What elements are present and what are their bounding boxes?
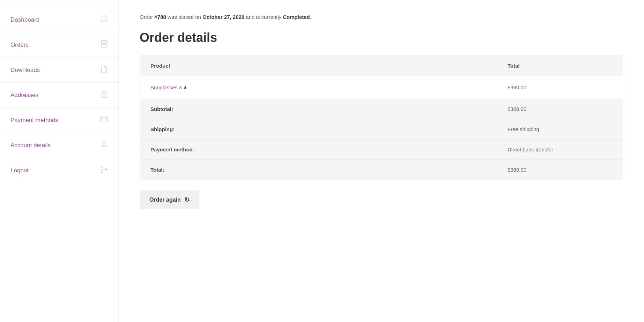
col-total-header: Total — [508, 63, 612, 69]
sidebar-item-label: Addresses — [10, 92, 38, 99]
sidebar-item-label: Logout — [10, 167, 29, 174]
col-product-header: Product — [150, 63, 508, 69]
product-total: $360.00 — [508, 84, 612, 90]
payment-methods-icon — [100, 115, 108, 125]
shipping-label: Shipping: — [150, 126, 508, 132]
sidebar: Dashboard Orders Downloads — [0, 0, 119, 322]
refresh-icon: ↻ — [184, 196, 190, 204]
sidebar-item-dashboard[interactable]: Dashboard — [0, 7, 118, 32]
total-label: Total: — [150, 167, 508, 173]
sidebar-item-label: Payment methods — [10, 117, 58, 124]
order-notice-prefix: Order # — [140, 14, 157, 20]
total-value: $360.00 — [508, 167, 612, 173]
orders-icon — [100, 40, 108, 50]
subtotal-label: Subtotal: — [150, 106, 508, 112]
logout-icon — [100, 166, 108, 175]
sidebar-item-account-details[interactable]: Account details — [0, 133, 118, 158]
shipping-row: Shipping: Free shipping — [140, 119, 623, 140]
sidebar-item-label: Orders — [10, 42, 29, 48]
addresses-icon — [100, 90, 108, 100]
order-status: Completed — [283, 14, 310, 20]
product-row: Sunglasses × 4 $360.00 — [140, 76, 623, 99]
svg-point-4 — [103, 142, 105, 144]
page-container: Dashboard Orders Downloads — [0, 0, 644, 322]
total-row: Total: $360.00 — [140, 160, 623, 180]
order-date: October 27, 2020 — [202, 14, 244, 20]
order-notice-period: . — [310, 14, 311, 20]
order-notice-suffix: and is currently — [244, 14, 283, 20]
shipping-value: Free shipping — [508, 126, 612, 132]
payment-method-row: Payment method: Direct bank transfer — [140, 140, 623, 160]
subtotal-value: $360.00 — [508, 106, 612, 112]
page-title: Order details — [140, 30, 623, 45]
order-again-label: Order again — [149, 197, 181, 203]
dashboard-icon — [100, 15, 108, 24]
payment-method-value: Direct bank transfer — [508, 147, 612, 152]
order-again-button[interactable]: Order again ↻ — [140, 190, 199, 209]
sidebar-item-payment-methods[interactable]: Payment methods — [0, 108, 118, 133]
sidebar-item-orders[interactable]: Orders — [0, 32, 118, 58]
sidebar-item-downloads[interactable]: Downloads — [0, 58, 118, 83]
downloads-icon — [100, 65, 108, 75]
svg-rect-2 — [101, 117, 108, 122]
order-notice: Order #788 was placed on October 27, 202… — [140, 14, 623, 20]
order-number: 788 — [157, 14, 166, 20]
sidebar-item-label: Dashboard — [10, 16, 39, 23]
product-link[interactable]: Sunglasses — [150, 84, 178, 90]
order-table: Product Total Sunglasses × 4 $360.00 Sub… — [140, 55, 623, 180]
product-col: Sunglasses × 4 — [150, 84, 508, 90]
table-header: Product Total — [140, 56, 623, 76]
subtotal-row: Subtotal: $360.00 — [140, 99, 623, 119]
main-content: Order #788 was placed on October 27, 202… — [119, 0, 644, 322]
payment-method-label: Payment method: — [150, 147, 508, 152]
product-quantity: × 4 — [179, 84, 186, 90]
sidebar-item-label: Downloads — [10, 67, 40, 74]
order-notice-middle: was placed on — [166, 14, 202, 20]
sidebar-item-addresses[interactable]: Addresses — [0, 83, 118, 108]
sidebar-item-logout[interactable]: Logout — [0, 158, 118, 183]
sidebar-item-label: Account details — [10, 142, 51, 149]
account-details-icon — [100, 141, 108, 150]
